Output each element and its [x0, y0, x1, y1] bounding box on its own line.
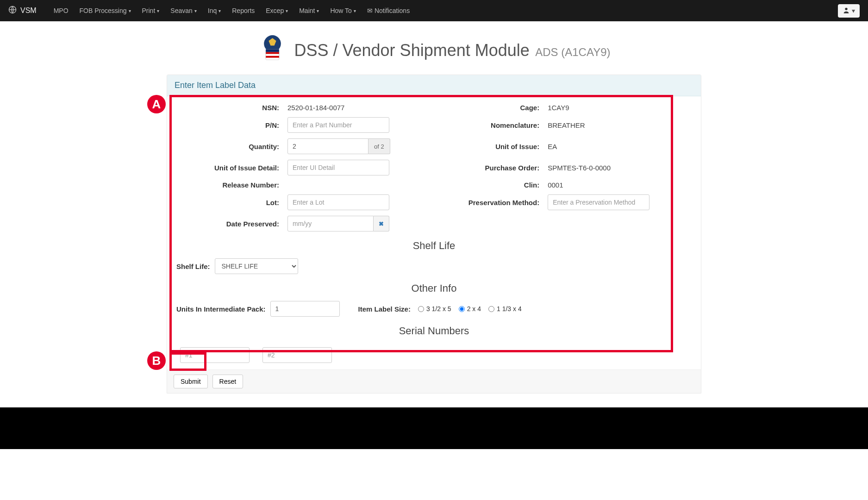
units-label: Units In Intermediate Pack:: [176, 305, 266, 313]
chevron-down-icon: ▾: [354, 8, 356, 13]
units-input[interactable]: [270, 301, 340, 317]
panel-heading: Enter Item Label Data: [167, 75, 701, 96]
pn-label: P/N:: [176, 121, 287, 129]
nomen-value: BREATHER: [548, 121, 585, 129]
qty-addon: of 2: [368, 138, 390, 154]
close-icon: ✖: [379, 220, 384, 227]
chevron-down-icon: ▾: [194, 8, 197, 13]
lot-label: Lot:: [176, 199, 287, 206]
pn-input[interactable]: [287, 117, 389, 133]
serial-heading: Serial Numbers: [176, 325, 692, 337]
uid-input[interactable]: [287, 160, 389, 175]
chevron-down-icon: ▾: [852, 7, 855, 14]
nav-fob-processing[interactable]: FOB Processing▾: [80, 7, 131, 14]
svg-rect-8: [266, 58, 279, 60]
panel-body: NSN: 2520-01-184-0077 Cage: 1CAY9 P/N: N…: [167, 96, 701, 369]
chevron-down-icon: ▾: [157, 8, 159, 13]
reset-button[interactable]: Reset: [212, 375, 244, 388]
badge-a: A: [147, 95, 166, 113]
nsn-label: NSN:: [176, 104, 287, 112]
qty-label: Quantity:: [176, 143, 287, 150]
nav-maint[interactable]: Maint▾: [299, 7, 319, 14]
ui-label: Unit of Issue:: [460, 143, 548, 150]
brand[interactable]: VSM: [8, 6, 37, 16]
button-row: Submit Reset: [167, 369, 701, 393]
date-input[interactable]: [287, 216, 374, 231]
footer-bar: [0, 407, 868, 449]
user-icon: [843, 6, 850, 15]
svg-rect-7: [266, 56, 279, 58]
serial-1-input[interactable]: [180, 347, 250, 363]
clin-value: 0001: [548, 181, 563, 189]
size-opt-3[interactable]: 1 1/3 x 4: [488, 305, 522, 312]
chevron-down-icon: ▾: [317, 8, 319, 13]
date-clear-button[interactable]: ✖: [374, 216, 389, 231]
shelf-heading: Shelf Life: [176, 240, 692, 252]
chevron-down-icon: ▾: [129, 8, 131, 13]
nav-excep[interactable]: Excep▾: [266, 7, 288, 14]
cage-value: 1CAY9: [548, 104, 569, 112]
size-label: Item Label Size:: [358, 305, 411, 313]
seal-icon: [257, 34, 287, 66]
shelf-select[interactable]: SHELF LIFE: [215, 258, 298, 274]
badge-b: B: [147, 351, 166, 370]
date-label: Date Preserved:: [176, 220, 287, 228]
nav-reports[interactable]: Reports: [232, 7, 255, 14]
page-title: DSS / Vendor Shipment Module ADS (A1CAY9…: [294, 41, 610, 60]
pres-input[interactable]: [548, 194, 649, 210]
chevron-down-icon: ▾: [219, 8, 221, 13]
svg-rect-5: [266, 52, 279, 54]
submit-button[interactable]: Submit: [174, 375, 208, 388]
size-opt-1[interactable]: 3 1/2 x 5: [418, 305, 451, 312]
nav-howto[interactable]: How To▾: [330, 7, 356, 14]
brand-text: VSM: [20, 6, 37, 15]
pres-label: Preservation Method:: [460, 199, 548, 206]
other-heading: Other Info: [176, 282, 692, 294]
nsn-value: 2520-01-184-0077: [287, 104, 344, 112]
size-opt-2[interactable]: 2 x 4: [459, 305, 481, 312]
user-menu[interactable]: ▾: [838, 4, 860, 18]
po-value: SPMTES-T6-0-0000: [548, 164, 611, 172]
clin-label: Clin:: [460, 181, 548, 189]
form-panel: Enter Item Label Data NSN: 2520-01-184-0…: [167, 75, 701, 394]
nav-inq[interactable]: Inq▾: [208, 7, 221, 14]
rel-label: Release Number:: [176, 181, 287, 189]
uid-label: Unit of Issue Detail:: [176, 164, 287, 172]
lot-input[interactable]: [287, 194, 389, 210]
qty-input[interactable]: [287, 138, 368, 154]
top-nav: VSM MPO FOB Processing▾ Print▾ Seavan▾ I…: [0, 0, 868, 21]
svg-point-1: [845, 7, 847, 10]
nav-notifications[interactable]: ✉ Notifications: [367, 7, 410, 14]
ui-value: EA: [548, 143, 557, 150]
chevron-down-icon: ▾: [286, 8, 288, 13]
shelf-label: Shelf Life:: [176, 262, 210, 270]
svg-rect-4: [266, 50, 279, 52]
svg-rect-6: [266, 54, 279, 56]
po-label: Purchase Order:: [460, 164, 548, 172]
serial-2-input[interactable]: [262, 347, 332, 363]
nomen-label: Nomenclature:: [460, 121, 548, 129]
nav-mpo[interactable]: MPO: [54, 7, 69, 14]
bell-icon: ✉: [367, 7, 373, 14]
cage-label: Cage:: [460, 104, 548, 112]
nav-print[interactable]: Print▾: [142, 7, 160, 14]
page-header: DSS / Vendor Shipment Module ADS (A1CAY9…: [0, 21, 868, 75]
nav-seavan[interactable]: Seavan▾: [170, 7, 196, 14]
globe-icon: [8, 6, 17, 16]
